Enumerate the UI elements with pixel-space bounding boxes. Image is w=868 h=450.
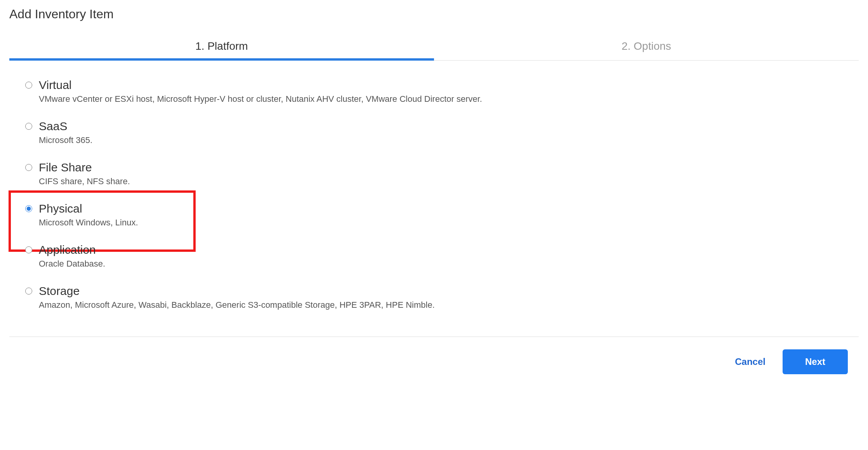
option-title: Physical (39, 202, 138, 215)
option-title: Storage (39, 284, 435, 298)
option-desc: Amazon, Microsoft Azure, Wasabi, Backbla… (39, 300, 435, 310)
wizard-tabs: 1. Platform 2. Options (9, 40, 859, 61)
option-title: File Share (39, 161, 130, 174)
option-desc: CIFS share, NFS share. (39, 176, 130, 187)
add-inventory-dialog: Add Inventory Item 1. Platform 2. Option… (0, 0, 868, 374)
option-fileshare[interactable]: File Share CIFS share, NFS share. (23, 161, 851, 187)
tab-options[interactable]: 2. Options (434, 40, 859, 60)
radio-fileshare[interactable] (25, 164, 32, 171)
option-application[interactable]: Application Oracle Database. (23, 243, 851, 269)
radio-storage[interactable] (25, 288, 32, 295)
option-desc: Oracle Database. (39, 259, 105, 269)
dialog-footer: Cancel Next (9, 337, 859, 374)
option-title: Application (39, 243, 105, 256)
next-button[interactable]: Next (783, 349, 848, 374)
tab-label: 1. Platform (195, 40, 248, 52)
radio-virtual[interactable] (25, 82, 32, 89)
platform-options: Virtual VMware vCenter or ESXi host, Mic… (9, 61, 859, 333)
option-desc: Microsoft Windows, Linux. (39, 218, 138, 228)
option-desc: VMware vCenter or ESXi host, Microsoft H… (39, 94, 482, 104)
radio-saas[interactable] (25, 123, 32, 130)
option-title: Virtual (39, 78, 482, 92)
tab-label: 2. Options (621, 40, 671, 52)
radio-physical[interactable] (25, 205, 32, 212)
cancel-button[interactable]: Cancel (732, 354, 769, 370)
option-desc: Microsoft 365. (39, 135, 92, 145)
option-title: SaaS (39, 120, 92, 133)
option-saas[interactable]: SaaS Microsoft 365. (23, 120, 851, 145)
tab-platform[interactable]: 1. Platform (9, 40, 434, 60)
dialog-title: Add Inventory Item (9, 7, 859, 21)
option-virtual[interactable]: Virtual VMware vCenter or ESXi host, Mic… (23, 78, 851, 104)
option-physical[interactable]: Physical Microsoft Windows, Linux. (23, 202, 851, 228)
option-storage[interactable]: Storage Amazon, Microsoft Azure, Wasabi,… (23, 284, 851, 310)
radio-application[interactable] (25, 246, 32, 253)
